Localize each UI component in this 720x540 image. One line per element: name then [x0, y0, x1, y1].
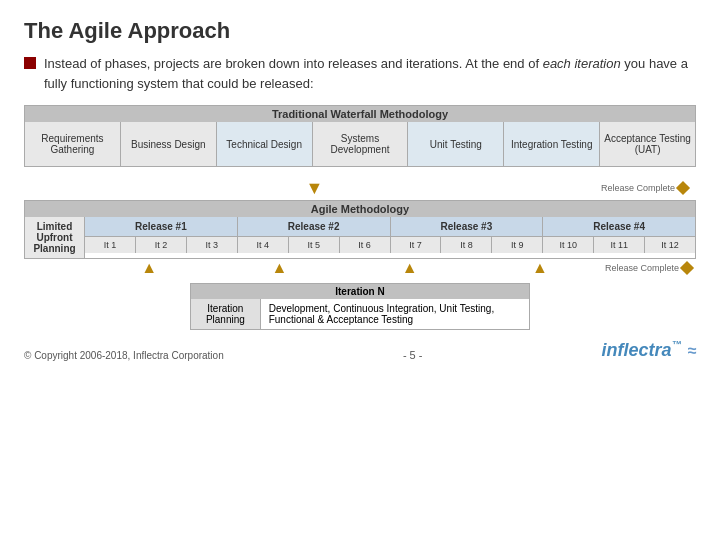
iter-3: It 3 [187, 237, 238, 253]
agile-release-complete: Release Complete [605, 263, 692, 273]
iteration-n-box: Iteration N Iteration Planning Developme… [190, 283, 530, 330]
wf-phase-systems: Systems Development [313, 122, 409, 166]
iter-2: It 2 [136, 237, 187, 253]
agile-header: Agile Methodology [25, 201, 695, 217]
page-number: - 5 - [403, 349, 423, 361]
page-title: The Agile Approach [24, 18, 696, 44]
agile-releases: Release #1 Release #2 Release #3 Release… [85, 217, 695, 258]
waterfall-phases: Requirements Gathering Business Design T… [25, 122, 695, 166]
waterfall-header: Traditional Waterfall Methodology [25, 106, 695, 122]
agile-arrow-2: ▲ [271, 259, 287, 277]
wf-phase-unit: Unit Testing [408, 122, 504, 166]
agile-arrows-row: ▲ ▲ ▲ ▲ Release Complete [24, 259, 696, 277]
copyright: © Copyright 2006-2018, Inflectra Corpora… [24, 350, 224, 361]
iter-11: It 11 [594, 237, 645, 253]
iteration-planning-label: Iteration Planning [191, 299, 261, 329]
agile-body: Limited Upfront Planning Release #1 Rele… [25, 217, 695, 258]
wf-phase-acceptance: Acceptance Testing (UAT) [600, 122, 695, 166]
iter-4: It 4 [238, 237, 289, 253]
footer: © Copyright 2006-2018, Inflectra Corpora… [24, 338, 696, 361]
iter-8: It 8 [441, 237, 492, 253]
agile-left-label: Limited Upfront Planning [25, 217, 85, 258]
agile-arrow-4: ▲ [532, 259, 548, 277]
iter-6: It 6 [340, 237, 391, 253]
iter-7: It 7 [391, 237, 442, 253]
waterfall-arrow-down: ▼ [28, 178, 601, 199]
iter-9: It 9 [492, 237, 543, 253]
iterations-row: It 1 It 2 It 3 It 4 It 5 It 6 It 7 It 8 … [85, 237, 695, 253]
waterfall-section: Traditional Waterfall Methodology Requir… [24, 105, 696, 167]
iteration-n-wrapper: Iteration N Iteration Planning Developme… [24, 283, 696, 330]
bullet-text-content: Instead of phases, projects are broken d… [44, 54, 696, 93]
release-1: Release #1 [85, 217, 238, 236]
inflectra-logo: inflectra™ ≈ [602, 338, 696, 361]
page: The Agile Approach Instead of phases, pr… [0, 0, 720, 540]
release-2: Release #2 [238, 217, 391, 236]
release-4: Release #4 [543, 217, 695, 236]
iter-12: It 12 [645, 237, 695, 253]
agile-arrow-3: ▲ [402, 259, 418, 277]
iteration-n-content: Iteration Planning Development, Continuo… [191, 299, 529, 329]
wf-phase-requirements: Requirements Gathering [25, 122, 121, 166]
wf-phase-technical: Technical Design [217, 122, 313, 166]
agile-release-diamond-icon [680, 261, 694, 275]
iter-10: It 10 [543, 237, 594, 253]
wf-phase-business: Business Design [121, 122, 217, 166]
releases-row: Release #1 Release #2 Release #3 Release… [85, 217, 695, 237]
bullet-point: Instead of phases, projects are broken d… [24, 54, 696, 93]
waterfall-release-complete: Release Complete [601, 183, 692, 193]
release-3: Release #3 [391, 217, 544, 236]
agile-arrow-1: ▲ [141, 259, 157, 277]
wf-phase-integration: Integration Testing [504, 122, 600, 166]
release-diamond-icon [676, 180, 690, 194]
iteration-activities: Development, Continuous Integration, Uni… [261, 299, 529, 329]
bullet-icon [24, 57, 36, 69]
iter-5: It 5 [289, 237, 340, 253]
agile-section: Agile Methodology Limited Upfront Planni… [24, 200, 696, 259]
iter-1: It 1 [85, 237, 136, 253]
iteration-n-header: Iteration N [191, 284, 529, 299]
